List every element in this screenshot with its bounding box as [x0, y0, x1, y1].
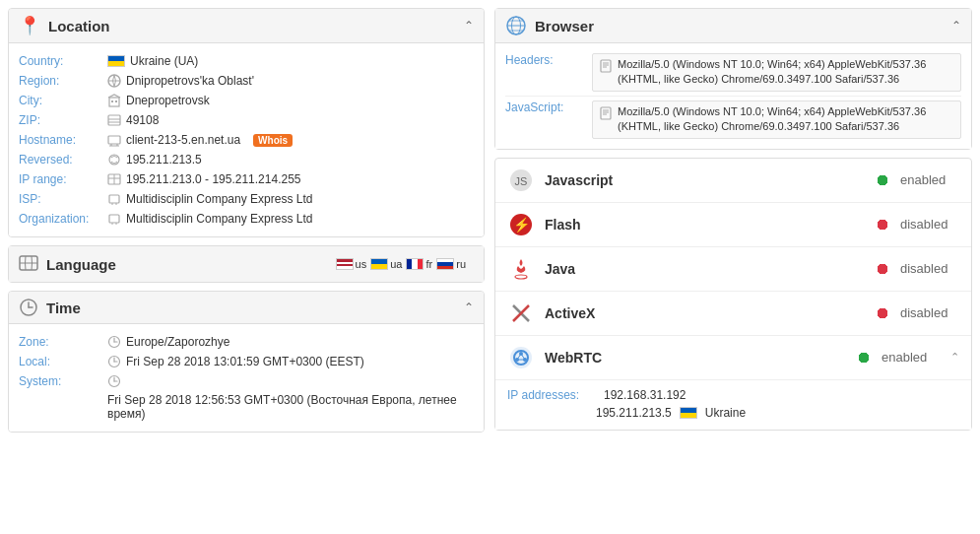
location-row-hostname: Hostname: client-213-5.en.net.ua Whois [19, 130, 474, 150]
hostname-icon [107, 133, 121, 147]
javascript-doc-icon [599, 106, 613, 120]
org-value: Multidisciplin Company Express Ltd [107, 212, 474, 226]
country-label: Country: [19, 54, 107, 68]
city-value: Dnepropetrovsk [107, 94, 474, 107]
webrtc-ip-2: 195.211.213.5 [596, 406, 672, 420]
system-label: System: [19, 374, 107, 388]
javascript-plugin-icon: JS [507, 167, 535, 194]
java-plugin-icon [507, 255, 535, 283]
svg-point-52 [515, 275, 527, 279]
browser-headers-area: Headers: Mozilla/5.0 (Windows NT 10.0; W… [495, 43, 971, 149]
location-row-country: Country: Ukraine (UA) [19, 51, 474, 71]
time-row-zone: Zone: Europe/Zaporozhye [19, 332, 474, 352]
language-title: Language [46, 256, 116, 273]
time-body: Zone: Europe/Zaporozhye Local: Fri Sep 2… [9, 324, 484, 432]
time-section: Time ⌃ Zone: Europe/Zaporozhye Local: [8, 291, 485, 433]
zone-icon [107, 335, 121, 349]
location-row-zip: ZIP: 49108 [19, 110, 474, 130]
headers-value-box: Mozilla/5.0 (Windows NT 10.0; Win64; x64… [592, 53, 961, 92]
location-header-left: 📍 Location [19, 15, 110, 36]
plugin-row-flash: ⚡ Flash ⏺ disabled [495, 203, 971, 247]
browser-section: Browser ⌃ Headers: Mozilla/5.0 (Windows … [494, 8, 972, 150]
time-chevron-icon[interactable]: ⌃ [464, 300, 474, 314]
lang-ru: ru [436, 258, 466, 270]
flag-fr-icon [406, 258, 424, 270]
browser-title: Browser [535, 18, 594, 34]
svg-rect-2 [111, 100, 113, 102]
headers-label: Headers: [505, 53, 584, 67]
hostname-value: client-213-5.en.net.ua Whois [107, 133, 474, 147]
isp-label: ISP: [19, 192, 107, 206]
webrtc-ip-label-row: IP addresses: 192.168.31.192 [507, 386, 959, 404]
city-icon [107, 94, 121, 107]
city-label: City: [19, 94, 107, 107]
country-value: Ukraine (UA) [107, 54, 474, 68]
webrtc-ip-label: IP addresses: [507, 388, 596, 402]
language-header: Language us ua fr [9, 246, 484, 282]
right-panel: Browser ⌃ Headers: Mozilla/5.0 (Windows … [494, 8, 972, 526]
webrtc-power-icon: ⏺ [856, 349, 872, 367]
lang-us: us [336, 258, 367, 270]
activex-plugin-icon [507, 300, 535, 327]
browser-header-left: Browser [505, 15, 594, 36]
javascript-plugin-status: enabled [900, 172, 959, 187]
zip-icon [107, 113, 121, 127]
plugin-list: JS Javascript ⏺ enabled ⚡ Flash ⏺ disabl… [494, 158, 972, 431]
flag-ua-icon [370, 258, 388, 270]
time-title: Time [46, 300, 81, 316]
location-row-city: City: Dnepropetrovsk [19, 91, 474, 110]
browser-chevron-icon[interactable]: ⌃ [951, 19, 961, 33]
location-pin-icon: 📍 [19, 15, 40, 36]
browser-globe-icon [505, 15, 527, 36]
webrtc-ip-2-country: Ukraine [705, 406, 746, 420]
javascript-header-label: JavaScript: [505, 100, 584, 114]
local-icon [107, 355, 121, 368]
region-value: Dnipropetrovs'ka Oblast' [107, 74, 474, 88]
region-label: Region: [19, 74, 107, 88]
headers-text: Mozilla/5.0 (Windows NT 10.0; Win64; x64… [618, 57, 954, 88]
java-plugin-status: disabled [900, 261, 959, 276]
whois-badge[interactable]: Whois [253, 134, 293, 147]
org-icon [107, 212, 121, 226]
plugin-row-activex: ActiveX ⏺ disabled [495, 292, 971, 336]
svg-rect-7 [108, 136, 120, 144]
zone-value: Europe/Zaporozhye [107, 335, 474, 349]
plugin-row-java: Java ⏺ disabled [495, 247, 971, 292]
location-chevron-icon[interactable]: ⌃ [464, 19, 474, 33]
svg-text:⚡: ⚡ [513, 217, 531, 234]
lang-ua: ua [370, 258, 402, 270]
flag-ru-icon [436, 258, 454, 270]
plugin-row-javascript: JS Javascript ⏺ enabled [495, 159, 971, 203]
browser-javascript-row: JavaScript: Mozilla/5.0 (Windows NT 10.0… [505, 97, 961, 143]
javascript-value-box: Mozilla/5.0 (Windows NT 10.0; Win64; x64… [592, 100, 961, 139]
time-icon [19, 298, 38, 317]
headers-doc-icon [599, 59, 613, 73]
location-row-reversed: Reversed: 195.211.213.5 [19, 150, 474, 169]
system-value: Fri Sep 28 2018 12:56:53 GMT+0300 (Восто… [107, 374, 474, 421]
svg-rect-18 [109, 215, 119, 223]
flash-plugin-icon: ⚡ [507, 211, 535, 238]
javascript-plugin-name: Javascript [545, 172, 865, 188]
iprange-value: 195.211.213.0 - 195.211.214.255 [107, 172, 474, 186]
location-row-iprange: IP range: 195.211.213.0 - 195.211.214.25… [19, 169, 474, 189]
left-panel: 📍 Location ⌃ Country: Ukraine (UA) Regio… [8, 8, 485, 526]
iprange-icon [107, 172, 121, 186]
reversed-value: 195.211.213.5 [107, 153, 474, 167]
svg-text:JS: JS [515, 175, 528, 187]
svg-rect-3 [115, 100, 117, 102]
isp-value: Multidisciplin Company Express Ltd [107, 192, 474, 206]
svg-rect-40 [601, 60, 611, 72]
zone-label: Zone: [19, 335, 107, 349]
location-row-region: Region: Dnipropetrovs'ka Oblast' [19, 71, 474, 91]
zip-value: 49108 [107, 113, 474, 127]
webrtc-expand-icon[interactable]: ⌃ [950, 351, 959, 364]
svg-rect-44 [601, 107, 611, 119]
local-label: Local: [19, 355, 107, 368]
flash-power-icon: ⏺ [875, 216, 890, 234]
webrtc-body: IP addresses: 192.168.31.192 195.211.213… [495, 379, 971, 430]
flag-ukraine-webrtc [680, 407, 697, 419]
javascript-power-icon: ⏺ [875, 171, 890, 189]
reversed-icon [107, 153, 121, 167]
location-section: 📍 Location ⌃ Country: Ukraine (UA) Regio… [8, 8, 485, 237]
browser-headers-row: Headers: Mozilla/5.0 (Windows NT 10.0; W… [505, 49, 961, 97]
